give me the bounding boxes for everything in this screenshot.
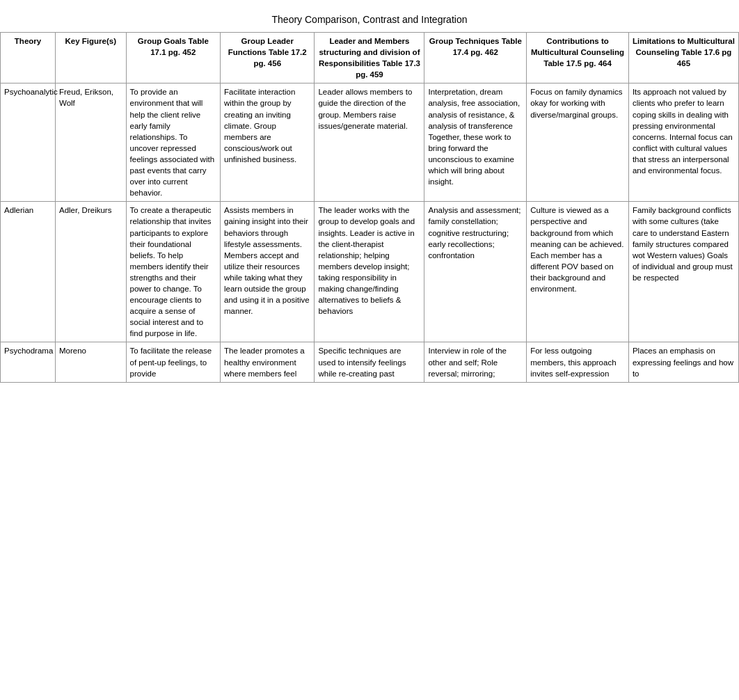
cell-techniques: Interpretation, dream analysis, free ass…: [424, 83, 527, 202]
cell-key: Freud, Erikson, Wolf: [56, 83, 127, 202]
header-limitations: Limitations to Multicultural Counseling …: [628, 33, 738, 83]
comparison-table: Theory Key Figure(s) Group Goals Table 1…: [0, 32, 739, 383]
cell-goals: To provide an environment that will help…: [126, 83, 220, 202]
header-key: Key Figure(s): [56, 33, 127, 83]
header-leader-func: Group Leader Functions Table 17.2 pg. 45…: [221, 33, 315, 83]
cell-limitations: Places an emphasis on expressing feeling…: [628, 342, 738, 382]
cell-goals: To create a therapeutic relationship tha…: [126, 202, 220, 342]
page-title: Theory Comparison, Contrast and Integrat…: [0, 0, 739, 32]
cell-goals: To facilitate the release of pent-up fee…: [126, 342, 220, 382]
table-row: PsychodramaMorenoTo facilitate the relea…: [1, 342, 739, 382]
cell-multicultural: Culture is viewed as a perspective and b…: [527, 202, 629, 342]
cell-multicultural: For less outgoing members, this approach…: [527, 342, 629, 382]
cell-key: Moreno: [56, 342, 127, 382]
cell-techniques: Analysis and assessment; family constell…: [424, 202, 527, 342]
cell-theory: Adlerian: [1, 202, 56, 342]
cell-theory: Psychodrama: [1, 342, 56, 382]
cell-limitations: Its approach not valued by clients who p…: [628, 83, 738, 202]
header-row: Theory Key Figure(s) Group Goals Table 1…: [1, 33, 739, 83]
cell-leader_func: Assists members in gaining insight into …: [221, 202, 315, 342]
header-multicultural: Contributions to Multicultural Counselin…: [527, 33, 629, 83]
cell-multicultural: Focus on family dynamics okay for workin…: [527, 83, 629, 202]
cell-limitations: Family background conflicts with some cu…: [628, 202, 738, 342]
header-goals: Group Goals Table 17.1 pg. 452: [126, 33, 220, 83]
cell-leader_mem: The leader works with the group to devel…: [315, 202, 424, 342]
table-row: AdlerianAdler, DreikursTo create a thera…: [1, 202, 739, 342]
header-techniques: Group Techniques Table 17.4 pg. 462: [424, 33, 527, 83]
cell-theory: Psychoanalytic: [1, 83, 56, 202]
cell-leader_func: Facilitate interaction within the group …: [221, 83, 315, 202]
table-row: PsychoanalyticFreud, Erikson, WolfTo pro…: [1, 83, 739, 202]
cell-techniques: Interview in role of the other and self;…: [424, 342, 527, 382]
header-theory: Theory: [1, 33, 56, 83]
cell-key: Adler, Dreikurs: [56, 202, 127, 342]
cell-leader_func: The leader promotes a healthy environmen…: [221, 342, 315, 382]
header-leader-mem: Leader and Members structuring and divis…: [315, 33, 424, 83]
cell-leader_mem: Leader allows members to guide the direc…: [315, 83, 424, 202]
cell-leader_mem: Specific techniques are used to intensif…: [315, 342, 424, 382]
